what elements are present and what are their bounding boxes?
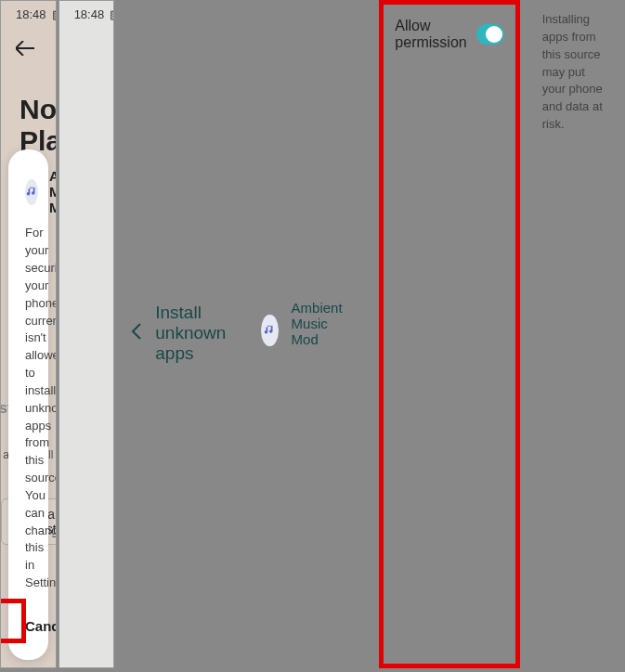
bottom-sheet-body: For your security, your phone currently …: [25, 225, 32, 592]
permission-toggle[interactable]: [476, 24, 503, 45]
permission-label: Allow permission: [395, 18, 476, 51]
permission-warning-text: Installing apps from this source may put…: [524, 0, 625, 668]
status-bar: 18:48 ▧ ◧ 📳 93%: [59, 1, 114, 28]
app-icon-circle: [25, 179, 38, 205]
app-icon-circle: [261, 315, 278, 346]
app-info-row: Ambient Music Mod 2.3.1: [242, 0, 375, 668]
allow-permission-row[interactable]: Allow permission: [384, 5, 514, 64]
phone-screen-left: 18:48 ▧ ◧ 📳 93% Now Playing N: [0, 0, 57, 668]
settings-page-title: Install unknown apps: [155, 303, 226, 364]
highlight-box-permission: Allow permission: [379, 0, 519, 668]
status-time: 18:48: [16, 7, 46, 21]
back-chevron-icon[interactable]: [131, 323, 142, 344]
sheet-cancel-button[interactable]: Cancel: [25, 609, 57, 643]
phone-screen-right: 18:48 ▧ ◧ 📳 93%: [59, 0, 115, 668]
status-image-icon: ▧: [52, 7, 57, 21]
bottom-sheet-title: Ambient Music Mod: [49, 168, 57, 215]
app-name: Ambient Music Mod: [292, 300, 358, 347]
status-image-icon: ▧: [110, 7, 114, 21]
highlight-box-settings: [0, 599, 26, 643]
app-version: 2.3.1: [292, 349, 358, 362]
back-button[interactable]: [1, 28, 56, 71]
status-time: 18:48: [74, 7, 105, 21]
security-bottom-sheet: Ambient Music Mod For your security, you…: [8, 149, 48, 660]
status-bar: 18:48 ▧ ◧ 📳 93%: [1, 1, 56, 28]
settings-header: Install unknown apps: [116, 0, 241, 668]
